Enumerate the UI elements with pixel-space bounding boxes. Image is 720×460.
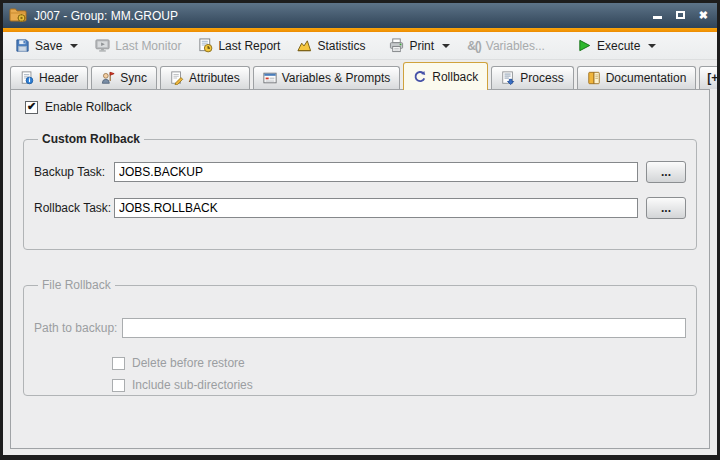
- statistics-button[interactable]: Statistics: [293, 36, 385, 55]
- last-report-button[interactable]: Last Report: [194, 36, 284, 55]
- maximize-button[interactable]: [676, 10, 685, 21]
- window-controls: ✖: [653, 10, 708, 21]
- rollback-tab-panel: Enable Rollback Custom Rollback Backup T…: [10, 89, 710, 449]
- file-rollback-title: File Rollback: [38, 278, 115, 292]
- backup-task-input[interactable]: [114, 162, 638, 182]
- file-rollback-options: Delete before restore Include sub-direct…: [112, 356, 686, 392]
- save-button[interactable]: Save: [11, 36, 82, 55]
- variables-button: &() Variables...: [463, 37, 549, 55]
- backup-task-row: Backup Task: ...: [34, 161, 686, 183]
- variables-prompts-tab-icon: [263, 71, 277, 85]
- process-tab-icon: [501, 71, 515, 85]
- tab-documentation[interactable]: Documentation: [577, 66, 697, 89]
- close-icon: ✖: [699, 9, 708, 21]
- custom-rollback-title: Custom Rollback: [38, 132, 144, 146]
- path-to-backup-row: Path to backup:: [34, 318, 686, 338]
- path-to-backup-label: Path to backup:: [34, 321, 122, 335]
- delete-before-restore-label: Delete before restore: [132, 356, 245, 370]
- last-report-icon: [198, 38, 213, 53]
- minimize-icon: [653, 16, 662, 19]
- titlebar[interactable]: J007 - Group: MM.GROUP ✖: [3, 3, 717, 28]
- window-title: J007 - Group: MM.GROUP: [34, 9, 646, 23]
- sync-tab-icon: [101, 71, 115, 85]
- header-tab-icon: [20, 71, 34, 85]
- enable-rollback-checkbox[interactable]: [25, 101, 38, 114]
- execute-icon: [577, 38, 592, 53]
- tabstrip: Header Sync Attributes: [3, 60, 717, 89]
- maximize-icon: [676, 11, 685, 19]
- file-rollback-group: File Rollback Path to backup: Delete bef…: [23, 278, 697, 396]
- close-button[interactable]: ✖: [699, 10, 708, 21]
- attributes-tab-icon: [170, 71, 184, 85]
- path-to-backup-input: [122, 318, 686, 338]
- tab-add[interactable]: [+]: [699, 66, 720, 89]
- statistics-icon: [297, 38, 312, 53]
- rollback-task-label: Rollback Task:: [34, 201, 114, 215]
- print-button[interactable]: Print: [385, 36, 454, 55]
- enable-rollback-row: Enable Rollback: [25, 100, 699, 114]
- custom-rollback-group: Custom Rollback Backup Task: ... Rollbac…: [23, 132, 697, 250]
- last-monitor-button: Last Monitor: [91, 36, 185, 55]
- tab-rollback[interactable]: Rollback: [403, 62, 488, 90]
- save-icon: [15, 38, 30, 53]
- window-folder-gear-icon: [9, 8, 27, 23]
- minimize-button[interactable]: [653, 10, 662, 21]
- toolbar: Save Last Monitor: [3, 32, 717, 60]
- execute-dropdown-icon[interactable]: [648, 44, 656, 48]
- tab-header[interactable]: Header: [10, 66, 88, 89]
- tab-variables-prompts[interactable]: Variables & Prompts: [253, 66, 401, 89]
- rollback-tab-icon: [413, 70, 427, 84]
- print-dropdown-icon[interactable]: [442, 44, 450, 48]
- tab-sync[interactable]: Sync: [91, 66, 157, 89]
- include-subdirectories-checkbox: [112, 379, 125, 392]
- execute-button[interactable]: Execute: [573, 36, 660, 55]
- app-window: J007 - Group: MM.GROUP ✖ Save: [0, 0, 720, 460]
- documentation-tab-icon: [587, 71, 601, 85]
- include-subdirectories-row: Include sub-directories: [112, 378, 686, 392]
- tab-process[interactable]: Process: [491, 66, 573, 89]
- variables-icon: &(): [467, 39, 481, 53]
- backup-task-browse-button[interactable]: ...: [646, 161, 686, 183]
- include-subdirectories-label: Include sub-directories: [132, 378, 253, 392]
- save-dropdown-icon[interactable]: [70, 44, 78, 48]
- enable-rollback-label: Enable Rollback: [45, 100, 132, 114]
- delete-before-restore-row: Delete before restore: [112, 356, 686, 370]
- tab-attributes[interactable]: Attributes: [160, 66, 250, 89]
- print-icon: [389, 38, 404, 53]
- rollback-task-browse-button[interactable]: ...: [646, 197, 686, 219]
- rollback-task-input[interactable]: [114, 198, 638, 218]
- backup-task-label: Backup Task:: [34, 165, 114, 179]
- rollback-task-row: Rollback Task: ...: [34, 197, 686, 219]
- delete-before-restore-checkbox: [112, 357, 125, 370]
- last-monitor-icon: [95, 38, 110, 53]
